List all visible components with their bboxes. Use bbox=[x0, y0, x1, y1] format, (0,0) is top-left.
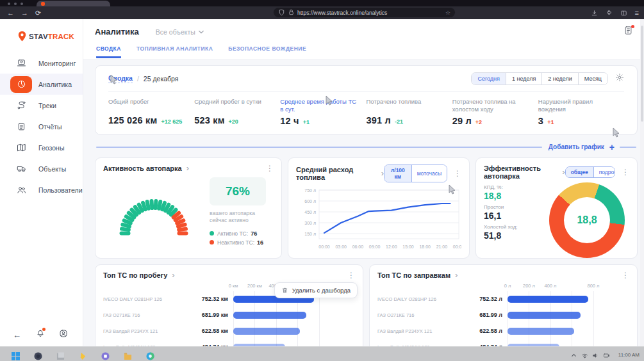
clock[interactable]: 11:00 AM bbox=[618, 352, 640, 358]
extensions-icon[interactable] bbox=[606, 10, 613, 17]
sidebar-item-objects[interactable]: Объекты bbox=[0, 158, 83, 179]
shield-icon[interactable] bbox=[278, 9, 285, 16]
tab-safe-driving[interactable]: БЕЗОПАСНОЕ ВОЖДЕНИЕ bbox=[228, 45, 306, 58]
stat-value-row: 125 026 км+12 625 bbox=[108, 115, 186, 125]
summary-stat: Потрачено топлива на холостом ходу29 л+2 bbox=[452, 98, 538, 126]
bar-value: 752.32 л bbox=[472, 296, 508, 302]
tab-summary[interactable]: СВОДКА bbox=[96, 45, 121, 58]
back-button[interactable]: ← bbox=[7, 7, 14, 19]
fuel-toggle-0[interactable]: л/100 км bbox=[384, 165, 411, 182]
battery-icon[interactable] bbox=[604, 353, 609, 358]
start-button[interactable] bbox=[12, 352, 20, 360]
lock-icon bbox=[288, 9, 295, 16]
efficiency-value: 51,8 bbox=[484, 230, 530, 241]
plus-icon[interactable]: + bbox=[609, 142, 615, 152]
objects-filter-dropdown[interactable]: Все объекты bbox=[156, 28, 204, 36]
sidebar-item-tracks[interactable]: Треки bbox=[0, 95, 83, 116]
window-button[interactable] bbox=[21, 3, 23, 5]
efficiency-toggle-1[interactable]: подробно bbox=[593, 167, 615, 177]
address-bar[interactable]: https://www.stavtrack.online/analytics ☆ bbox=[274, 8, 455, 17]
reload-button[interactable]: ⟳ bbox=[35, 7, 41, 19]
chevron-right-icon[interactable]: › bbox=[562, 169, 565, 175]
sidebar-item-geozones[interactable]: Геозоны bbox=[0, 137, 83, 158]
profile-icon[interactable] bbox=[59, 329, 68, 341]
summary-stat: Среднее время работы ТС в сут.12 ч+1 bbox=[280, 98, 366, 126]
volume-icon[interactable] bbox=[593, 353, 599, 358]
remove-from-dashboard-item[interactable]: Удалить с дашборда bbox=[292, 287, 351, 294]
sidebar-item-analytics[interactable]: Аналитика bbox=[0, 74, 83, 95]
tray-expand-icon[interactable] bbox=[571, 353, 577, 358]
fuel-consumption-card: Средний расход топлива › л/100 кммоточас… bbox=[288, 157, 470, 259]
legend-label: Неактивно ТС: bbox=[217, 239, 254, 246]
bar-row: ГАЗ Валдай Р234УХ 121622.58 л bbox=[377, 323, 629, 339]
bar-value: 681.99 л bbox=[472, 312, 508, 318]
svg-text:450 л: 450 л bbox=[304, 209, 316, 214]
scrollbar-thumb[interactable] bbox=[641, 26, 643, 122]
sidebar-toggle-icon[interactable] bbox=[620, 10, 627, 17]
kebab-menu-icon[interactable]: ⋮ bbox=[622, 168, 629, 176]
collapse-sidebar-icon[interactable]: ← bbox=[13, 330, 21, 340]
network-icon[interactable] bbox=[582, 353, 588, 358]
vehicle-name: ГАЗ Валдай Р234УХ 121 bbox=[377, 328, 472, 334]
bookmark-star-icon[interactable]: ☆ bbox=[445, 10, 450, 16]
chevron-down-icon bbox=[199, 29, 204, 35]
page-scrollbar[interactable] bbox=[640, 19, 644, 346]
taskbar-app-purple-icon[interactable] bbox=[101, 352, 110, 360]
summary-stat: Средний пробег в сутки523 км+20 bbox=[194, 98, 280, 126]
taskbar-app-yellow-icon[interactable] bbox=[79, 352, 87, 360]
period-button-3[interactable]: Месяц bbox=[578, 73, 607, 84]
kebab-menu-icon[interactable]: ⋮ bbox=[622, 271, 629, 279]
sidebar-item-reports[interactable]: Отчёты bbox=[0, 116, 83, 137]
sidebar-item-users[interactable]: Пользователи bbox=[0, 179, 83, 200]
chevron-right-icon[interactable]: › bbox=[186, 165, 189, 172]
period-button-2[interactable]: 2 недели bbox=[541, 73, 578, 84]
fuel-toggle-1[interactable]: моточасы bbox=[411, 165, 447, 182]
stat-delta: +12 625 bbox=[161, 118, 182, 125]
bar-value: 681.99 км bbox=[198, 312, 233, 318]
card-title[interactable]: Топ ТС по заправкам bbox=[377, 271, 450, 279]
sidebar-item-label: Отчёты bbox=[38, 123, 62, 131]
add-chart-button[interactable]: Добавить график bbox=[549, 143, 604, 150]
summary-breadcrumb-link[interactable]: Сводка bbox=[108, 74, 133, 83]
period-button-0[interactable]: Сегодня bbox=[472, 73, 506, 84]
legend-value: 16 bbox=[257, 239, 263, 246]
gear-icon[interactable] bbox=[615, 73, 624, 84]
efficiency-toggle-0[interactable]: общее bbox=[566, 167, 593, 177]
logo[interactable]: STAV TRACK bbox=[17, 30, 83, 42]
card-title[interactable]: Активность автопарка bbox=[103, 164, 182, 172]
app-menu-icon[interactable]: ≡ bbox=[635, 9, 639, 17]
browser-tab[interactable] bbox=[37, 1, 110, 6]
axis-tick-label: 800 л bbox=[587, 283, 599, 289]
svg-text:03:00: 03:00 bbox=[335, 245, 347, 249]
kebab-menu-icon[interactable]: ⋮ bbox=[454, 170, 461, 177]
kebab-menu-icon[interactable]: ⋮ bbox=[347, 271, 355, 279]
axis-tick-label: 200 км bbox=[247, 283, 262, 289]
taskbar-app-window-icon[interactable] bbox=[56, 352, 65, 360]
stat-label[interactable]: Среднее время работы ТС в сут. bbox=[280, 98, 358, 114]
notifications-bell-icon[interactable] bbox=[36, 329, 45, 341]
window-button[interactable] bbox=[14, 3, 17, 5]
taskbar-app-dark-icon[interactable] bbox=[34, 352, 42, 360]
downloads-icon[interactable] bbox=[591, 10, 598, 17]
sidebar-bottom-bar: ← bbox=[0, 329, 83, 341]
efficiency-value: 16,1 bbox=[484, 211, 530, 221]
card-title[interactable]: Средний расход топлива bbox=[296, 166, 377, 181]
period-button-1[interactable]: 1 неделя bbox=[506, 73, 541, 84]
legend-label: Активно ТС: bbox=[217, 230, 248, 237]
chevron-right-icon[interactable]: › bbox=[455, 272, 458, 278]
stat-delta: -21 bbox=[395, 118, 403, 125]
report-notification-icon[interactable] bbox=[623, 26, 634, 36]
browser-icon[interactable] bbox=[146, 352, 154, 360]
tab-fuel-analytics[interactable]: ТОПЛИВНАЯ АНАЛИТИКА bbox=[136, 45, 213, 58]
sidebar: STAV TRACK МониторингАналитикаТрекиОтчёт… bbox=[0, 19, 83, 346]
chevron-right-icon[interactable]: › bbox=[172, 272, 174, 278]
kebab-menu-icon[interactable]: ⋮ bbox=[266, 164, 274, 172]
card-title[interactable]: Топ ТС по пробегу bbox=[103, 271, 167, 279]
forward-button[interactable]: → bbox=[21, 7, 28, 19]
card-title[interactable]: Эффективность автопарка bbox=[484, 164, 557, 180]
logo-text-stav: STAV bbox=[29, 33, 48, 40]
sidebar-item-monitoring[interactable]: Мониторинг bbox=[0, 52, 83, 74]
file-manager-icon[interactable] bbox=[124, 352, 132, 360]
window-button[interactable] bbox=[8, 3, 10, 5]
system-tray[interactable] bbox=[571, 353, 609, 358]
